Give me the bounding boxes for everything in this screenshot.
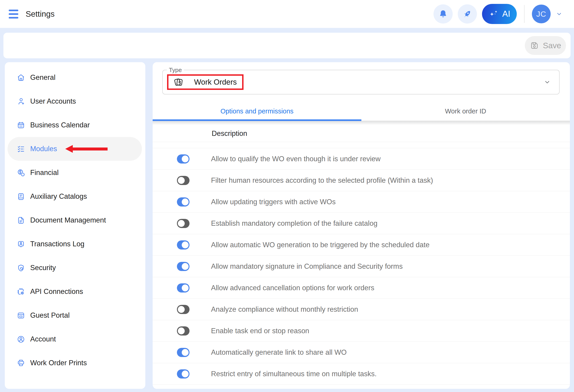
type-select[interactable]: Type Work Orders (162, 70, 560, 95)
content-area: General User Accounts Business Calendar … (5, 62, 570, 389)
permission-description: Automatically generate link to share all… (211, 348, 347, 356)
permission-description: Filter human resources according to the … (211, 176, 433, 185)
settings-sidebar: General User Accounts Business Calendar … (5, 62, 145, 389)
permission-toggle[interactable] (177, 305, 189, 314)
permission-row: Restrict entry of simultaneous time on m… (153, 363, 570, 385)
modules-panel: Type Work Orders Options and permissions… (153, 62, 570, 389)
toggle-knob (178, 220, 185, 227)
sidebar-item-account[interactable]: Account (5, 327, 145, 351)
save-button[interactable]: Save (525, 36, 566, 55)
tab-work-order-id[interactable]: Work order ID (361, 102, 570, 120)
tab-options-and-permissions[interactable]: Options and permissions (153, 102, 361, 120)
permission-toggle[interactable] (177, 154, 189, 163)
tabs-scroll-shadow (153, 121, 570, 125)
save-button-label: Save (543, 41, 561, 50)
save-toolbar: Save (3, 33, 571, 58)
sidebar-item-user-accounts[interactable]: User Accounts (5, 89, 145, 113)
sidebar-item-business-calendar[interactable]: Business Calendar (5, 113, 145, 137)
app-bar: Settings AI JC (0, 0, 574, 28)
sidebar-item-label: Work Order Prints (30, 359, 87, 367)
permission-description: Allow automatic WO generation to be trig… (211, 241, 430, 249)
permission-row: Enable task end or stop reason (153, 320, 570, 342)
sidebar-item-general[interactable]: General (5, 66, 145, 89)
permission-toggle[interactable] (177, 326, 189, 335)
type-select-value: Work Orders (194, 78, 237, 86)
permission-description: Allow to qualify the WO even though it i… (211, 155, 381, 163)
user-plus-icon (17, 97, 25, 106)
coins-icon (17, 169, 25, 177)
permission-row: Allow advanced cancellation options for … (153, 277, 570, 299)
user-circle-icon (17, 335, 25, 344)
permission-row: Allow mandatory signature in Compliance … (153, 256, 570, 277)
chevron-down-icon[interactable] (544, 78, 551, 86)
document-icon (17, 216, 25, 225)
red-annotation-arrow (65, 145, 108, 153)
toggle-knob (182, 263, 189, 270)
bell-icon (438, 9, 448, 19)
sparkles-icon (489, 9, 499, 19)
toggle-knob (182, 198, 189, 205)
sidebar-item-label: Document Management (30, 216, 106, 224)
type-select-label: Type (167, 67, 184, 74)
rocket-icon (462, 9, 472, 19)
permissions-table: Description Allow to qualify the WO even… (153, 121, 570, 389)
permission-toggle[interactable] (177, 348, 189, 357)
shield-icon (17, 264, 25, 272)
sidebar-item-modules[interactable]: Modules (8, 137, 142, 161)
app-bar-actions: AI JC (433, 4, 563, 24)
permission-toggle[interactable] (177, 262, 189, 271)
save-icon (530, 41, 539, 50)
permission-toggle[interactable] (177, 369, 189, 378)
sidebar-item-api-connections[interactable]: API Connections (5, 280, 145, 303)
permission-toggle[interactable] (177, 240, 189, 250)
toggle-knob (182, 285, 189, 291)
permission-description: Allow advanced cancellation options for … (211, 284, 374, 292)
sidebar-item-label: Financial (30, 169, 59, 177)
permission-row: Automatically generate link to share all… (153, 342, 570, 363)
sidebar-item-financial[interactable]: Financial (5, 161, 145, 185)
menu-icon[interactable] (9, 10, 18, 19)
permission-description: Restrict entry of simultaneous time on m… (211, 370, 377, 378)
home-icon (17, 73, 25, 82)
permission-description: Allow updating triggers with active WOs (211, 198, 335, 206)
toggle-knob (182, 349, 189, 356)
permission-toggle[interactable] (177, 176, 189, 185)
sidebar-item-label: Business Calendar (30, 121, 90, 129)
work-orders-icon (173, 77, 184, 88)
description-column-header: Description (153, 125, 570, 142)
permission-description: Analyze compliance without monthly restr… (211, 305, 358, 314)
permission-toggle[interactable] (177, 197, 189, 207)
sidebar-item-document-management[interactable]: Document Management (5, 208, 145, 232)
permission-row: Filter human resources according to the … (153, 170, 570, 191)
sidebar-item-auxiliary-catalogs[interactable]: Auxiliary Catalogs (5, 185, 145, 208)
toggle-knob (182, 371, 189, 377)
permission-rows: Allow to qualify the WO even though it i… (153, 148, 570, 385)
sidebar-item-label: Guest Portal (30, 311, 70, 319)
chip-gear-icon (17, 288, 25, 296)
sidebar-item-label: API Connections (30, 288, 83, 296)
permission-row: Establish mandatory completion of the fa… (153, 213, 570, 234)
toggle-knob (182, 156, 189, 162)
notifications-button[interactable] (433, 4, 453, 23)
permission-row: Analyze compliance without monthly restr… (153, 299, 570, 320)
toggle-knob (178, 328, 185, 334)
ai-assistant-button[interactable]: AI (482, 4, 517, 24)
avatar[interactable]: JC (532, 5, 551, 23)
whats-new-button[interactable] (458, 4, 477, 23)
chevron-down-icon[interactable] (556, 11, 563, 17)
user-badge-icon (17, 240, 25, 248)
permission-description: Enable task end or stop reason (211, 327, 309, 335)
sidebar-item-work-order-prints[interactable]: Work Order Prints (5, 351, 145, 375)
permission-toggle[interactable] (177, 219, 189, 228)
sidebar-item-label: User Accounts (30, 97, 76, 105)
sidebar-item-label: Modules (30, 145, 57, 153)
browser-code-icon (17, 311, 25, 320)
sidebar-item-guest-portal[interactable]: Guest Portal (5, 303, 145, 327)
permission-description: Allow mandatory signature in Compliance … (211, 262, 403, 271)
permission-toggle[interactable] (177, 283, 189, 293)
sidebar-item-label: Security (30, 264, 56, 272)
ai-button-label: AI (502, 9, 510, 19)
module-tabs: Options and permissions Work order ID (153, 102, 570, 121)
sidebar-item-security[interactable]: Security (5, 256, 145, 280)
sidebar-item-transactions-log[interactable]: Transactions Log (5, 232, 145, 256)
